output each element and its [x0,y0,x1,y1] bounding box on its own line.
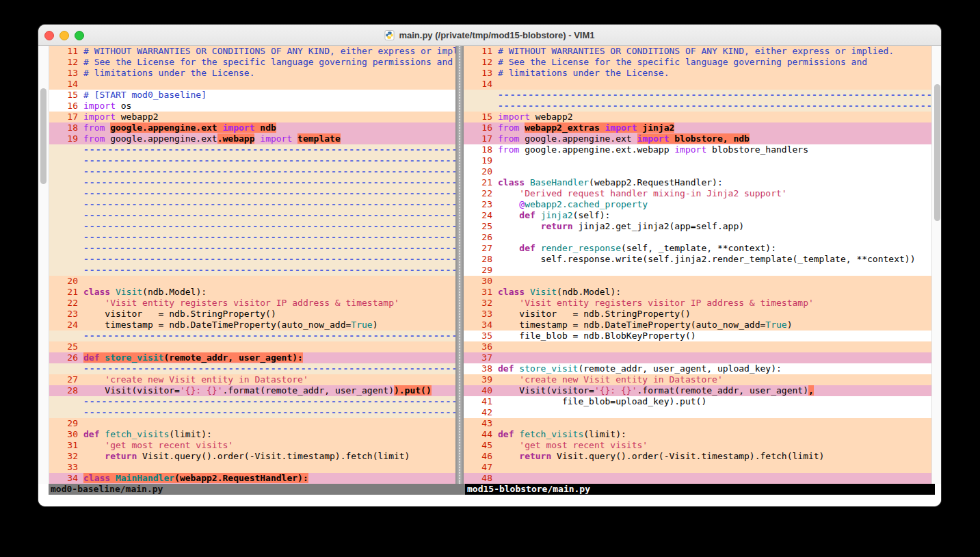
code-line[interactable]: 34 timestamp = ndb.DateTimeProperty(auto… [464,320,931,331]
zoom-button[interactable] [75,31,84,40]
left-scrollbar[interactable] [38,46,49,484]
line-number: 34 [464,320,492,331]
code-line[interactable]: 40 Visit(visitor='{}: {}'.format(remote_… [464,385,931,396]
code-line[interactable]: 24 timestamp = ndb.DateTimeProperty(auto… [49,320,455,331]
diff-pane-right: 11# WITHOUT WARRANTIES OR CONDITIONS OF … [464,46,931,484]
code-line[interactable]: 42 [464,407,931,418]
code-text [492,473,931,484]
code-line[interactable]: 31 'get most recent visits' [49,440,455,451]
code-line[interactable]: 29 [464,265,931,276]
code-line[interactable]: 32 'Visit entity registers visitor IP ad… [464,298,931,309]
code-line[interactable]: 11# WITHOUT WARRANTIES OR CONDITIONS OF … [49,46,455,57]
right-scrollbar-thumb[interactable] [934,84,940,221]
code-line[interactable]: 45 'get most recent visits' [464,440,931,451]
code-line[interactable]: 16import os [49,101,455,112]
code-line[interactable]: 25 return jinja2.get_jinja2(app=self.app… [464,221,931,232]
code-line[interactable]: 46 return Visit.query().order(-Visit.tim… [464,451,931,462]
close-button[interactable] [44,31,54,40]
code-line[interactable]: 28 Visit(visitor='{}: {}'.format(remote_… [49,385,455,396]
diff-filler-row: ----------------------------------------… [464,90,931,101]
code-text: # limitations under the License. [492,68,931,79]
code-line[interactable]: 38def store_visit(remote_addr, user_agen… [464,363,931,374]
code-line[interactable]: 44def fetch_visits(limit): [464,429,931,440]
code-line[interactable]: 12# See the License for the specific lan… [49,57,455,68]
line-number [49,243,78,254]
code-text: 'create new Visit entity in Datastore' [492,374,931,385]
code-line[interactable]: 37 [464,352,931,363]
code-line[interactable]: 33 [49,462,455,473]
code-text [78,418,455,429]
line-number: 13 [464,68,492,79]
code-line[interactable]: 19 [464,155,931,166]
code-line[interactable]: 21class Visit(ndb.Model): [49,287,455,298]
code-line[interactable]: 32 return Visit.query().order(-Visit.tim… [49,451,455,462]
code-line[interactable]: 48 [464,473,931,484]
code-line[interactable]: 41 file_blob=upload_key).put() [464,396,931,407]
code-line[interactable]: 22 'Visit entity registers visitor IP ad… [49,298,455,309]
code-line[interactable]: 14 [49,79,455,90]
code-line[interactable]: 13# limitations under the License. [49,68,455,79]
diff-filler-row: ----------------------------------------… [49,243,455,254]
vim-content-area: 11# WITHOUT WARRANTIES OR CONDITIONS OF … [38,46,941,484]
code-line[interactable]: 26def store_visit(remote_addr, user_agen… [49,352,455,363]
line-number: 19 [49,133,78,144]
code-line[interactable]: 23 visitor = ndb.StringProperty() [49,309,455,320]
code-line[interactable]: 18from google.appengine.ext import ndb [49,122,455,133]
code-line[interactable]: 27 'create new Visit entity in Datastore… [49,374,455,385]
code-text [492,352,931,363]
code-line[interactable]: 20 [49,276,455,287]
code-text [492,341,931,352]
code-line[interactable]: 22 'Derived request handler mixing-in Ji… [464,188,931,199]
code-line[interactable]: 30 [464,276,931,287]
code-line[interactable]: 30def fetch_visits(limit): [49,429,455,440]
right-scrollbar[interactable] [931,46,941,484]
code-line[interactable]: 39 'create new Visit entity in Datastore… [464,374,931,385]
code-line[interactable]: 33 visitor = ndb.StringProperty() [464,309,931,320]
line-number: 28 [49,385,78,396]
code-line[interactable]: 24 def jinja2(self): [464,210,931,221]
code-line[interactable]: 36 [464,341,931,352]
code-line[interactable]: 15# [START mod0_baseline] [49,90,455,101]
code-text: 'get most recent visits' [78,440,455,451]
code-text: 'Visit entity registers visitor IP addre… [78,298,455,309]
line-number: 45 [464,440,492,451]
line-number [464,101,492,112]
code-line[interactable]: 29 [49,418,455,429]
line-number: 32 [464,298,492,309]
code-line[interactable]: 27 def render_response(self, _template, … [464,243,931,254]
minimize-button[interactable] [59,31,69,40]
line-number: 15 [464,112,492,122]
split-divider[interactable] [455,46,464,484]
code-line[interactable]: 15import webapp2 [464,112,931,122]
code-line[interactable]: 47 [464,462,931,473]
code-line[interactable]: 17from google.appengine.ext import blobs… [464,133,931,144]
code-line[interactable]: 35 file_blob = ndb.BlobKeyProperty() [464,331,931,341]
code-line[interactable]: 21class BaseHandler(webapp2.RequestHandl… [464,177,931,188]
line-number: 37 [464,352,492,363]
code-line[interactable]: 43 [464,418,931,429]
code-line[interactable]: 16from webapp2_extras import jinja2 [464,122,931,133]
code-line[interactable]: 25 [49,341,455,352]
window-title: main.py (/private/tmp/mod15-blobstore) -… [384,30,594,40]
code-line[interactable]: 23 @webapp2.cached_property [464,199,931,210]
code-line[interactable]: 12# See the License for the specific lan… [464,57,931,68]
code-line[interactable]: 34class MainHandler(webapp2.RequestHandl… [49,473,455,484]
line-number: 29 [49,418,78,429]
code-line[interactable]: 18from google.appengine.ext.webapp impor… [464,144,931,155]
code-line[interactable]: 28 self.response.write(self.jinja2.rende… [464,254,931,265]
code-line[interactable]: 26 [464,232,931,243]
line-number: 44 [464,429,492,440]
line-number [49,177,78,188]
line-number: 16 [464,122,492,133]
code-text: return jinja2.get_jinja2(app=self.app) [492,221,931,232]
diff-filler-row: ----------------------------------------… [49,155,455,166]
code-line[interactable]: 20 [464,166,931,177]
code-line[interactable]: 11# WITHOUT WARRANTIES OR CONDITIONS OF … [464,46,931,57]
code-line[interactable]: 14 [464,79,931,90]
code-line[interactable]: 19from google.appengine.ext.webapp impor… [49,133,455,144]
left-scrollbar-thumb[interactable] [40,88,47,184]
code-line[interactable]: 31class Visit(ndb.Model): [464,287,931,298]
code-line[interactable]: 17import webapp2 [49,112,455,122]
code-line[interactable]: 13# limitations under the License. [464,68,931,79]
window-titlebar[interactable]: main.py (/private/tmp/mod15-blobstore) -… [38,25,941,46]
